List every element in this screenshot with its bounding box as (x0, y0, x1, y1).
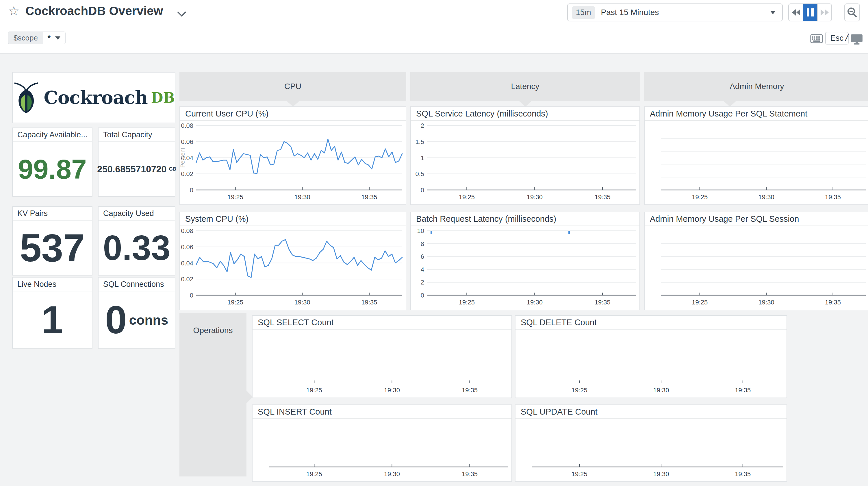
svg-text:0.04: 0.04 (181, 260, 193, 267)
chart-title: SQL SELECT Count (252, 316, 512, 330)
svg-text:19:30: 19:30 (294, 299, 310, 306)
pause-icon (807, 8, 814, 17)
scope-dropdown-caret-icon (55, 36, 60, 39)
svg-text:0.06: 0.06 (181, 138, 193, 145)
svg-text:2: 2 (421, 279, 424, 286)
live-nodes-widget[interactable]: Live Nodes 1 (12, 277, 92, 349)
group-label: Admin Memory (730, 82, 784, 91)
group-pointer (287, 101, 299, 107)
group-header-operations[interactable]: Operations (180, 313, 246, 477)
capacity-used-widget[interactable]: Capacity Used 0.33 (98, 206, 176, 276)
scope-variable-name: $scope (8, 32, 43, 44)
chart-widget-sql-insert-count[interactable]: SQL INSERT Count 19:2519:3019:35 (252, 404, 512, 482)
total-capacity-value: 250.6855710720 (97, 165, 166, 174)
svg-text:6: 6 (421, 253, 424, 260)
esc-key-label: Esc (831, 34, 843, 43)
svg-text:19:25: 19:25 (306, 470, 322, 478)
group-pointer (519, 101, 532, 107)
chart-widget-admin-memory-session[interactable]: Admin Memory Usage Per SQL Session 19:25… (644, 211, 868, 310)
sql-select-count-chart[interactable]: 19:2519:3019:35 (252, 330, 512, 398)
sql-service-latency-chart[interactable]: 21.510.5019:2519:3019:35 (411, 121, 640, 204)
svg-text:19:25: 19:25 (306, 387, 322, 394)
svg-text:19:35: 19:35 (735, 387, 751, 394)
time-playback-controls (788, 3, 832, 21)
svg-text:19:35: 19:35 (735, 470, 751, 478)
rewind-button[interactable] (789, 4, 803, 21)
template-variable-scope[interactable]: $scope * (8, 31, 66, 44)
chart-widget-current-user-cpu[interactable]: Current User CPU (%) 0.080.060.040.02019… (180, 106, 406, 205)
widget-title: SQL Connections (98, 278, 175, 291)
svg-text:19:25: 19:25 (459, 299, 475, 306)
fullscreen-tv-icon[interactable] (851, 34, 863, 45)
chart-title: Admin Memory Usage Per SQL Statement (645, 107, 868, 121)
svg-text:19:25: 19:25 (227, 299, 243, 306)
admin-memory-statement-chart[interactable]: 19:2519:3019:35 (645, 121, 868, 204)
widget-title: Live Nodes (13, 278, 92, 291)
group-header-cpu[interactable]: CPU (180, 72, 406, 101)
pause-button[interactable] (803, 4, 817, 21)
dashboard-page: ☆ CockroachDB Overview 15m Past 15 Minut… (0, 0, 868, 486)
rewind-icon (792, 9, 801, 16)
svg-text:19:30: 19:30 (758, 299, 774, 306)
total-capacity-widget[interactable]: Total Capacity 250.6855710720 GB (98, 127, 176, 197)
system-cpu-chart[interactable]: 0.080.060.040.02019:2519:3019:35 (180, 226, 406, 310)
svg-text:19:30: 19:30 (384, 387, 400, 394)
sql-delete-count-chart[interactable]: 19:2519:3019:35 (516, 330, 786, 398)
capacity-available-widget[interactable]: Capacity Available... 99.87 (12, 127, 92, 197)
chart-widget-batch-request-latency[interactable]: Batch Request Latency (milliseconds) 108… (410, 211, 640, 310)
svg-text:0.02: 0.02 (181, 170, 193, 177)
chart-widget-sql-delete-count[interactable]: SQL DELETE Count 19:2519:3019:35 (515, 315, 787, 398)
keyboard-shortcuts-icon[interactable] (810, 34, 823, 44)
kv-pairs-value: 537 (20, 228, 85, 267)
chart-title: SQL DELETE Count (516, 316, 786, 330)
svg-text:19:30: 19:30 (294, 193, 310, 201)
fast-forward-button[interactable] (817, 4, 831, 21)
svg-text:4: 4 (421, 266, 424, 273)
group-label: Latency (511, 82, 539, 91)
svg-text:19:30: 19:30 (384, 470, 400, 478)
svg-text:Percent: Percent (180, 148, 186, 168)
widget-title: Capacity Available... (13, 128, 92, 142)
svg-text:19:25: 19:25 (692, 299, 708, 306)
chart-title: Current User CPU (%) (180, 107, 406, 121)
group-header-latency[interactable]: Latency (410, 72, 640, 101)
cockroach-bug-icon (13, 81, 39, 115)
chart-widget-admin-memory-statement[interactable]: Admin Memory Usage Per SQL Statement 19:… (644, 106, 868, 205)
chart-widget-system-cpu[interactable]: System CPU (%) 0.080.060.040.02019:2519:… (180, 211, 406, 310)
sql-update-count-chart[interactable]: 19:2519:3019:35 (516, 419, 786, 481)
sql-insert-count-chart[interactable]: 19:2519:3019:35 (252, 419, 512, 481)
svg-text:2: 2 (421, 122, 424, 129)
favorite-star-icon[interactable]: ☆ (8, 5, 19, 17)
chart-widget-sql-service-latency[interactable]: SQL Service Latency (milliseconds) 21.51… (410, 106, 640, 205)
chart-widget-sql-select-count[interactable]: SQL SELECT Count 19:2519:3019:35 (252, 315, 512, 398)
logo-db-text: DB (151, 90, 175, 106)
time-range-badge: 15m (572, 6, 595, 19)
header: ☆ CockroachDB Overview 15m Past 15 Minut… (0, 0, 868, 54)
widget-title: Total Capacity (98, 128, 175, 142)
total-capacity-unit: GB (169, 166, 176, 172)
current-user-cpu-chart[interactable]: 0.080.060.040.02019:2519:3019:35Percent (180, 121, 406, 204)
sql-connections-widget[interactable]: SQL Connections 0 conns (98, 277, 176, 349)
admin-memory-session-chart[interactable]: 19:2519:3019:35 (645, 226, 868, 310)
capacity-used-value: 0.33 (103, 230, 170, 265)
svg-text:0.02: 0.02 (181, 276, 193, 283)
group-header-admin-memory[interactable]: Admin Memory (644, 72, 868, 101)
kv-pairs-widget[interactable]: KV Pairs 537 (12, 206, 92, 276)
zoom-out-button[interactable] (844, 3, 860, 21)
chart-title: Batch Request Latency (milliseconds) (411, 212, 640, 226)
time-range-selector[interactable]: 15m Past 15 Minutes (567, 3, 783, 21)
logo-widget[interactable]: Cockroach DB (12, 72, 176, 123)
title-chevron-down-icon[interactable] (177, 11, 187, 17)
svg-text:19:30: 19:30 (527, 299, 542, 306)
page-title: CockroachDB Overview (25, 4, 163, 18)
svg-text:8: 8 (421, 240, 424, 248)
logo-brand-text: Cockroach (43, 87, 147, 108)
svg-text:19:25: 19:25 (692, 193, 708, 201)
time-dropdown-caret-icon (770, 11, 776, 14)
chart-widget-sql-update-count[interactable]: SQL UPDATE Count 19:2519:3019:35 (515, 404, 787, 482)
svg-text:19:30: 19:30 (653, 387, 669, 394)
chart-title: SQL UPDATE Count (516, 405, 786, 419)
batch-request-latency-chart[interactable]: 108642019:2519:3019:35 (411, 226, 640, 310)
svg-text:0: 0 (190, 292, 193, 299)
widget-title: KV Pairs (13, 207, 92, 221)
